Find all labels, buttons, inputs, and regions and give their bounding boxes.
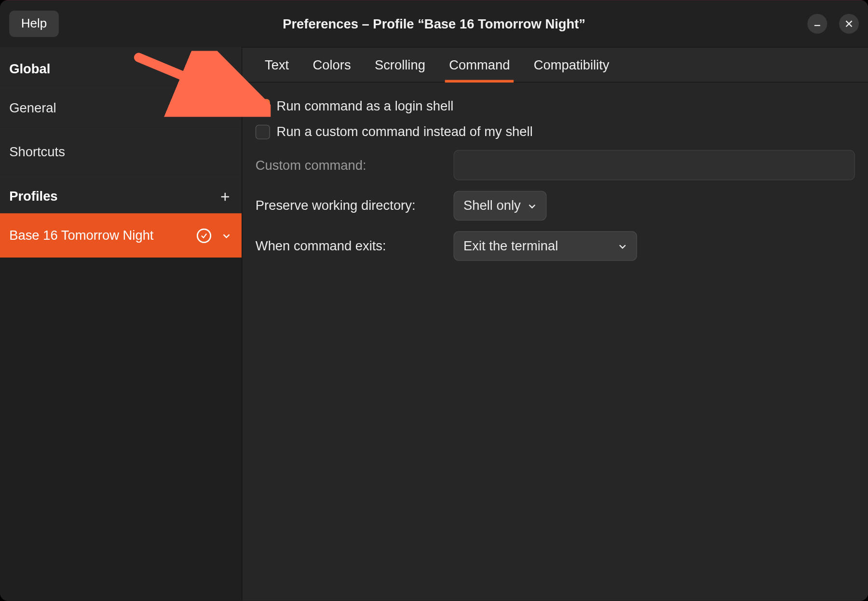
minimize-button[interactable] (807, 14, 827, 34)
when-exits-row: When command exits: Exit the terminal (256, 231, 855, 261)
sidebar-item-general[interactable]: General (0, 86, 242, 130)
default-profile-indicator (197, 228, 211, 243)
preserve-wd-select[interactable]: Shell only (454, 191, 547, 221)
checkmark-circle-icon (200, 232, 208, 239)
sidebar-item-profile-active[interactable]: Base 16 Tomorrow Night (0, 213, 242, 258)
content-pane: Text Colors Scrolling Command Compatibil… (242, 47, 868, 601)
when-exits-select[interactable]: Exit the terminal (454, 231, 637, 261)
sidebar-profiles-label: Profiles (9, 189, 57, 204)
checkmark-icon (258, 101, 267, 110)
login-shell-label: Run command as a login shell (277, 98, 454, 113)
minimize-icon (813, 19, 822, 28)
tab-compatibility[interactable]: Compatibility (534, 48, 610, 82)
plus-icon (220, 191, 231, 202)
when-exits-label: When command exits: (256, 238, 440, 253)
chevron-down-icon (618, 241, 627, 250)
login-shell-checkbox-row[interactable]: Run command as a login shell (256, 98, 855, 113)
window-controls (807, 14, 859, 34)
profile-menu-button[interactable] (220, 230, 232, 242)
tab-colors[interactable]: Colors (312, 48, 351, 82)
custom-command-input (454, 150, 855, 180)
preserve-wd-label: Preserve working directory: (256, 198, 440, 213)
profile-name-label: Base 16 Tomorrow Night (9, 228, 188, 243)
custom-command-checkbox[interactable] (256, 124, 270, 139)
sidebar: Global General Shortcuts Profiles Base 1… (0, 47, 242, 601)
chevron-down-icon (527, 201, 536, 210)
tabbar: Text Colors Scrolling Command Compatibil… (242, 47, 868, 82)
custom-command-field-label: Custom command: (256, 158, 440, 173)
tab-scrolling[interactable]: Scrolling (375, 48, 425, 82)
tab-command[interactable]: Command (449, 48, 510, 82)
help-button[interactable]: Help (9, 11, 59, 37)
window-title: Preferences – Profile “Base 16 Tomorrow … (0, 16, 868, 31)
preserve-wd-value: Shell only (463, 198, 521, 213)
chevron-down-icon (222, 231, 231, 240)
custom-command-checkbox-row[interactable]: Run a custom command instead of my shell (256, 124, 855, 139)
custom-command-label: Run a custom command instead of my shell (277, 124, 533, 139)
when-exits-value: Exit the terminal (463, 238, 558, 253)
custom-command-field-row: Custom command: (256, 150, 855, 180)
sidebar-item-shortcuts[interactable]: Shortcuts (0, 130, 242, 175)
tab-text[interactable]: Text (265, 48, 289, 82)
login-shell-checkbox[interactable] (256, 99, 270, 113)
sidebar-heading-global: Global (0, 47, 242, 86)
sidebar-heading-profiles: Profiles (0, 174, 242, 213)
close-icon (844, 19, 854, 28)
titlebar: Help Preferences – Profile “Base 16 Tomo… (0, 0, 868, 47)
add-profile-button[interactable] (218, 189, 232, 204)
command-form: Run command as a login shell Run a custo… (242, 82, 868, 276)
close-button[interactable] (839, 14, 859, 34)
preserve-wd-row: Preserve working directory: Shell only (256, 191, 855, 221)
